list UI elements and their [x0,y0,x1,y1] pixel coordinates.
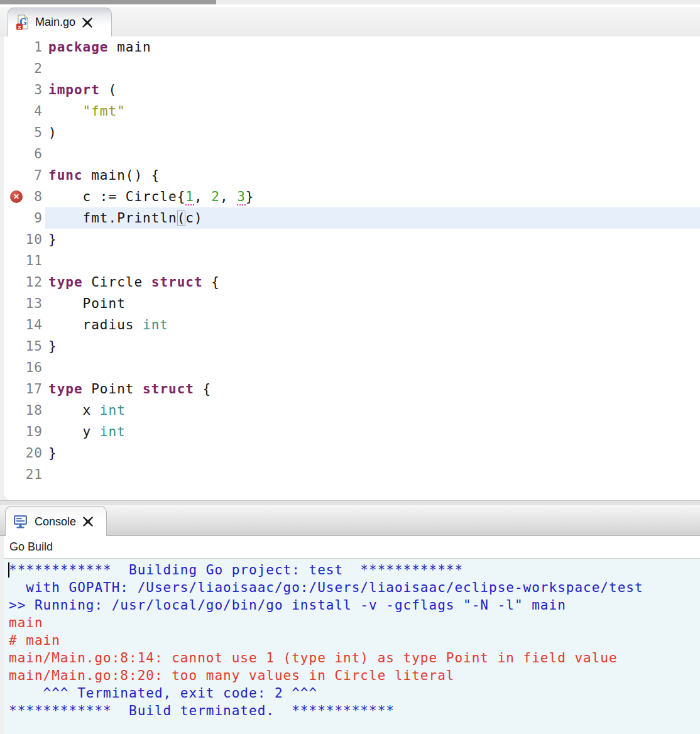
line-number: 18 [4,400,43,421]
console-line: ************ Building Go project: test *… [4,561,700,579]
code-text: } [48,336,57,357]
console-process-label: Go Build [4,540,53,554]
code-text: y int [48,421,126,442]
code-line[interactable]: 7 func main() { [4,165,700,186]
console-line: with GOPATH: /Users/liaoisaac/go:/Users/… [4,579,700,596]
code-token: c := Circle{ [48,189,185,204]
code-area[interactable]: 1 package main 2 3 import ( 4 "fmt" 5 ) … [4,36,700,500]
code-line[interactable]: 14 radius int [4,314,700,336]
code-line[interactable]: 11 [4,250,700,271]
line-number: 12 [4,271,43,293]
code-token: y [48,424,100,439]
code-token: { [194,381,211,397]
line-number: 16 [4,357,43,378]
code-text: "fmt" [48,101,126,122]
line-number: 1 [4,36,43,58]
code-token: } [48,232,57,247]
line-number: 7 [4,165,43,186]
code-token: type [48,275,83,290]
code-line[interactable]: 16 [4,357,700,378]
code-token: func [48,168,83,183]
code-text: } [48,442,57,464]
code-line[interactable]: 1 package main [4,36,700,58]
code-line[interactable]: 18 x int [4,400,700,421]
line-number: 8 [4,186,43,207]
line-number: 10 [4,229,43,250]
code-token: , [220,189,237,204]
code-line[interactable]: 10 } [4,229,700,250]
line-number: 4 [4,101,43,122]
tab-console[interactable]: Console [5,506,107,537]
code-token: 1 [185,189,194,205]
code-token: ( [177,211,186,226]
code-token: ) [48,125,57,140]
code-token: Point [48,296,126,311]
code-line[interactable]: 21 [4,464,700,485]
code-text: } [48,229,57,250]
code-line[interactable]: 12 type Circle struct { [4,271,700,293]
line-number: 15 [4,336,43,357]
line-number: 5 [4,122,43,143]
console-tab-title: Console [35,515,76,529]
code-token: package [48,40,109,55]
code-line[interactable]: 13 Point [4,293,700,314]
console-monitor-icon [13,515,29,529]
code-token: "fmt" [83,104,126,119]
code-line[interactable]: 4 "fmt" [4,101,700,122]
code-token: int [100,424,126,439]
console-output[interactable]: ************ Building Go project: test *… [4,559,700,734]
console-line: ************ Build terminated. *********… [4,702,700,720]
line-number: 2 [4,58,43,79]
code-line[interactable]: 6 [4,143,700,165]
code-token: type [48,381,83,397]
window-top-strip [0,0,700,4]
code-line[interactable]: 5 ) [4,122,700,143]
code-token: main() { [83,168,160,183]
console-line: ^^^ Terminated, exit code: 2 ^^^ [4,684,700,702]
eclipse-window: G x Main.go 1 package main 2 3 import ( … [0,0,700,734]
code-line[interactable]: 17 type Point struct { [4,378,700,400]
code-text: c := Circle{1, 2, 3} [48,186,254,207]
code-token: radius [48,317,143,332]
code-token: { [203,275,220,290]
code-token: 3 [237,189,246,205]
code-token: fmt.Println [48,211,177,226]
line-number: 9 [4,207,43,229]
code-token: int [100,403,126,418]
code-token: , [194,189,211,204]
code-text: Point [48,293,126,314]
close-icon[interactable] [82,18,92,28]
code-line[interactable]: 8 c := Circle{1, 2, 3} [4,186,700,207]
code-token: import [48,82,100,97]
line-number: 3 [4,79,43,101]
code-token: ( [100,82,117,97]
code-text: package main [48,36,151,58]
code-line[interactable]: 19 y int [4,421,700,442]
code-line[interactable]: 2 [4,58,700,79]
console-line: >> Running: /usr/local/go/bin/go install… [4,596,700,614]
code-text: x int [48,400,126,421]
line-number: 13 [4,293,43,314]
code-text: import ( [48,79,117,101]
code-line[interactable]: 3 import ( [4,79,700,101]
line-number: 17 [4,378,43,400]
sash-divider-band[interactable] [0,501,700,505]
code-text: fmt.Println(c) [48,207,203,229]
code-token: Point [83,381,143,397]
code-token: } [48,446,57,461]
code-token: x [48,403,100,418]
code-text: func main() { [48,165,160,186]
text-cursor [8,562,9,578]
code-line[interactable]: 15 } [4,336,700,357]
code-line[interactable]: 20 } [4,442,700,464]
code-token: c) [185,211,202,226]
code-token: } [48,339,57,354]
svg-text:x: x [18,24,21,30]
code-token: int [143,317,168,332]
close-icon[interactable] [83,517,93,527]
code-line[interactable]: 9 fmt.Println(c) [4,207,700,229]
code-text: type Circle struct { [48,271,220,293]
console-line: main [4,614,700,632]
editor-tab-title: Main.go [35,16,75,29]
tab-main-go[interactable]: G x Main.go [8,8,112,36]
